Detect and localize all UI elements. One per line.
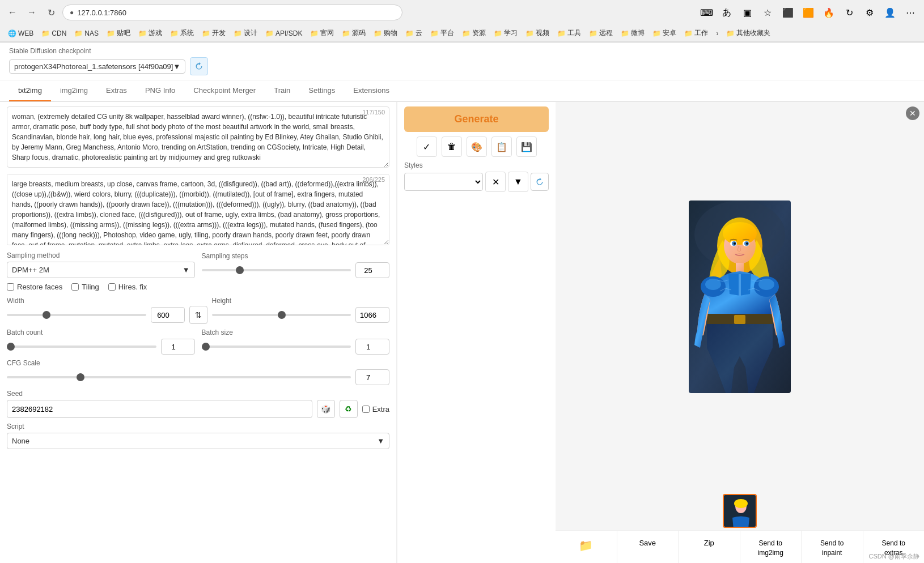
positive-prompt-textarea[interactable] <box>7 106 389 168</box>
bookmark-android[interactable]: 📁 安卓 <box>649 27 680 40</box>
height-input[interactable] <box>355 307 389 323</box>
bookmark-api[interactable]: 📁 API/SDK <box>262 28 306 39</box>
tab-txt2img[interactable]: txt2img <box>9 80 51 101</box>
nav-bar: ← → ↻ ● 127.0.0.1:7860 ⌨ あ ▣ ☆ ⬛ 🟧 🔥 ↻ ⚙… <box>0 0 924 25</box>
bookmark-more[interactable]: › <box>713 28 722 39</box>
negative-prompt-textarea[interactable] <box>7 174 389 245</box>
image-close-button[interactable]: ✕ <box>906 106 919 120</box>
height-slider[interactable] <box>212 314 351 316</box>
checkpoint-refresh-button[interactable] <box>190 57 208 75</box>
extra-checkbox[interactable]: Extra <box>362 405 389 413</box>
batch-count-slider[interactable] <box>7 346 156 348</box>
bookmark-remote[interactable]: 📁 远程 <box>586 27 616 40</box>
swap-dimensions-button[interactable]: ⇅ <box>189 306 207 324</box>
batch-count-input[interactable] <box>161 339 195 355</box>
bookmark-web[interactable]: 🌐 WEB <box>5 28 37 39</box>
seed-recycle-button[interactable]: ♻ <box>340 400 358 418</box>
palette-button[interactable]: 🎨 <box>467 137 487 157</box>
image-thumbnails-row <box>556 492 924 530</box>
bookmark-video[interactable]: 📁 视频 <box>522 27 553 40</box>
bookmark-design[interactable]: 📁 设计 <box>230 27 261 40</box>
bookmark-cdn[interactable]: 📁 CDN <box>38 28 70 39</box>
bookmark-game[interactable]: 📁 游戏 <box>135 27 166 40</box>
save-style-button[interactable]: 💾 <box>516 137 537 157</box>
send-img2img-button[interactable]: Send toimg2img <box>740 531 802 563</box>
bookmark-learn[interactable]: 📁 学习 <box>490 27 521 40</box>
send-inpaint-button[interactable]: Send toinpaint <box>802 531 863 563</box>
tab-train[interactable]: Train <box>265 80 299 101</box>
nav-icon-1[interactable]: ⌨ <box>697 3 715 22</box>
tab-png-info[interactable]: PNG Info <box>136 80 184 101</box>
bookmark-nas[interactable]: 📁 NAS <box>71 28 102 39</box>
extra-checkbox-input[interactable] <box>362 406 370 413</box>
bookmark-dev[interactable]: 📁 开发 <box>198 27 229 40</box>
restore-faces-label: Restore faces <box>17 283 62 291</box>
hires-fix-input[interactable] <box>108 283 116 291</box>
bookmark-official[interactable]: 📁 官网 <box>307 27 337 40</box>
sampling-steps-slider[interactable] <box>202 269 351 271</box>
refresh-style-button[interactable] <box>531 173 549 191</box>
bookmark-shop[interactable]: 📁 购物 <box>370 27 401 40</box>
folder-button[interactable]: 📁 <box>556 531 617 563</box>
tiling-input[interactable] <box>71 283 79 291</box>
seed-dice-button[interactable]: 🎲 <box>317 400 335 418</box>
bookmark-tools[interactable]: 📁 工具 <box>554 27 584 40</box>
checkpoint-select[interactable]: protogenX34Photoreal_1.safetensors [44f9… <box>9 59 185 74</box>
nav-icon-10[interactable]: 👤 <box>881 3 899 22</box>
nav-icon-9[interactable]: ⚙ <box>861 3 879 22</box>
nav-icon-6[interactable]: 🟧 <box>799 3 817 22</box>
cfg-group: CFG Scale <box>7 359 389 385</box>
bookmark-source[interactable]: 📁 源码 <box>338 27 369 40</box>
hires-fix-checkbox[interactable]: Hires. fix <box>108 283 147 291</box>
bookmark-resources[interactable]: 📁 资源 <box>459 27 489 40</box>
cfg-slider[interactable] <box>7 376 351 378</box>
batch-size-slider[interactable] <box>202 346 351 348</box>
styles-select[interactable] <box>404 173 483 191</box>
script-select[interactable]: None ▼ <box>7 433 389 449</box>
generate-button[interactable]: Generate <box>404 106 549 132</box>
back-button[interactable]: ← <box>5 5 20 20</box>
image-thumbnail-1[interactable] <box>723 494 757 528</box>
bookmark-weibo[interactable]: 📁 微博 <box>617 27 648 40</box>
nav-icon-7[interactable]: 🔥 <box>820 3 838 22</box>
forward-button[interactable]: → <box>24 5 40 20</box>
nav-icon-8[interactable]: ↻ <box>840 3 858 22</box>
bookmark-folder-icon-7: 📁 <box>234 29 242 37</box>
bookmark-work[interactable]: 📁 工作 <box>681 27 711 40</box>
bookmark-platform[interactable]: 📁 平台 <box>427 27 457 40</box>
close-style-button[interactable]: ✕ <box>485 172 506 192</box>
save-button[interactable]: Save <box>617 531 679 563</box>
dropdown-style-button[interactable]: ▼ <box>508 172 528 192</box>
sampling-method-select[interactable]: DPM++ 2M ▼ <box>7 262 195 278</box>
bookmark-system[interactable]: 📁 系统 <box>167 27 197 40</box>
tab-extensions[interactable]: Extensions <box>344 80 399 101</box>
tab-checkpoint-merger[interactable]: Checkpoint Merger <box>184 80 265 101</box>
batch-size-input[interactable] <box>355 339 389 355</box>
checkmark-button[interactable]: ✓ <box>417 137 437 157</box>
width-input[interactable] <box>151 307 185 323</box>
address-bar[interactable]: ● 127.0.0.1:7860 <box>62 5 402 20</box>
width-slider[interactable] <box>7 314 146 316</box>
nav-icon-5[interactable]: ⬛ <box>779 3 797 22</box>
svg-rect-18 <box>734 315 745 324</box>
tiling-checkbox[interactable]: Tiling <box>71 283 99 291</box>
sampling-steps-input[interactable] <box>355 262 389 278</box>
tab-settings[interactable]: Settings <box>299 80 344 101</box>
nav-icon-4[interactable]: ☆ <box>758 3 777 22</box>
clipboard-button[interactable]: 📋 <box>491 137 512 157</box>
tab-extras[interactable]: Extras <box>97 80 136 101</box>
tab-img2img[interactable]: img2img <box>51 80 97 101</box>
cfg-input[interactable] <box>355 369 389 385</box>
seed-input[interactable] <box>7 400 312 418</box>
nav-icon-2[interactable]: あ <box>718 3 736 22</box>
nav-icon-3[interactable]: ▣ <box>738 3 756 22</box>
nav-icon-11[interactable]: ⋯ <box>901 3 919 22</box>
refresh-button[interactable]: ↻ <box>43 5 59 20</box>
bookmark-other[interactable]: 📁 其他收藏夹 <box>723 27 774 40</box>
zip-button[interactable]: Zip <box>679 531 740 563</box>
restore-faces-input[interactable] <box>7 283 14 291</box>
restore-faces-checkbox[interactable]: Restore faces <box>7 283 62 291</box>
bookmark-cloud[interactable]: 📁 云 <box>402 27 426 40</box>
trash-button[interactable]: 🗑 <box>442 137 462 157</box>
bookmark-tieba[interactable]: 📁 贴吧 <box>103 27 134 40</box>
